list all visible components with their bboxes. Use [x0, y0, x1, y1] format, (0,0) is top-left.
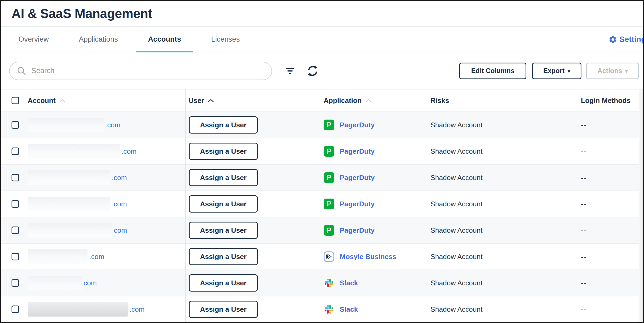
row-checkbox[interactable]	[12, 306, 19, 313]
sort-up-icon	[59, 98, 66, 103]
risk-label: Shadow Account	[430, 305, 483, 314]
assign-a-user-button[interactable]: Assign a User	[189, 143, 258, 160]
accounts-table: Account User Application Risks Login Met…	[1, 89, 643, 323]
assign-a-user-button[interactable]: Assign a User	[189, 248, 258, 265]
redacted-account-name	[28, 276, 82, 290]
application-name[interactable]: Slack	[340, 305, 358, 314]
chevron-down-icon: ▾	[568, 68, 570, 74]
row-checkbox[interactable]	[12, 121, 19, 129]
assign-a-user-button[interactable]: Assign a User	[189, 301, 258, 318]
application-name[interactable]: PagerDuty	[340, 147, 375, 156]
table-row: .comAssign a UserPPagerDutyShadow Accoun…	[1, 138, 643, 165]
account-link[interactable]: .com	[121, 147, 136, 156]
login-methods-value: --	[581, 121, 587, 129]
tab-list: OverviewApplicationsAccountsLicenses	[6, 27, 252, 52]
account-link[interactable]: .com	[89, 253, 104, 261]
mosyle-icon	[324, 251, 334, 262]
application-link[interactable]: Slack	[324, 278, 358, 288]
redacted-account-name	[28, 223, 112, 238]
assign-a-user-button[interactable]: Assign a User	[189, 116, 258, 134]
sort-up-icon	[365, 98, 372, 103]
pagerduty-icon: P	[324, 120, 334, 130]
application-link[interactable]: PPagerDuty	[324, 199, 375, 209]
account-link[interactable]: .com	[105, 121, 120, 129]
pagerduty-icon: P	[324, 146, 334, 157]
account-link[interactable]: .com	[112, 174, 127, 182]
filter-icon	[285, 67, 295, 75]
edit-columns-button[interactable]: Edit Columns	[459, 63, 526, 79]
risk-label: Shadow Account	[430, 147, 483, 156]
account-link[interactable]: com	[114, 226, 127, 235]
row-checkbox[interactable]	[12, 253, 19, 260]
search-input-wrapper	[9, 62, 272, 80]
application-name[interactable]: Slack	[340, 279, 358, 287]
slack-icon	[324, 278, 334, 288]
assign-a-user-button[interactable]: Assign a User	[189, 222, 258, 239]
login-methods-value: --	[581, 174, 587, 182]
actions-button[interactable]: Actions ▾	[586, 63, 639, 79]
account-link[interactable]: .com	[129, 305, 144, 314]
login-methods-value: --	[581, 200, 587, 208]
redacted-account-name	[28, 170, 110, 185]
tab-bar: OverviewApplicationsAccountsLicenses Set…	[1, 27, 643, 52]
table-row: .comAssign a UserPPagerDutyShadow Accoun…	[1, 191, 643, 217]
application-link[interactable]: PPagerDuty	[324, 172, 375, 183]
redacted-account-name	[28, 302, 128, 317]
application-link[interactable]: PPagerDuty	[324, 120, 375, 130]
application-name[interactable]: PagerDuty	[340, 174, 375, 182]
pagerduty-icon: P	[324, 172, 334, 183]
table-body: .comAssign a UserPPagerDutyShadow Accoun…	[1, 112, 643, 323]
gear-icon	[609, 35, 617, 44]
refresh-icon	[306, 65, 319, 77]
risk-label: Shadow Account	[430, 174, 483, 182]
filter-button[interactable]	[285, 67, 295, 75]
assign-a-user-button[interactable]: Assign a User	[189, 274, 258, 292]
refresh-button[interactable]	[306, 65, 319, 77]
application-name[interactable]: PagerDuty	[340, 226, 375, 235]
column-header-login-methods[interactable]: Login Methods	[581, 96, 631, 105]
risk-label: Shadow Account	[430, 279, 483, 287]
scrollbar-gutter[interactable]	[639, 89, 643, 323]
login-methods-value: --	[581, 279, 587, 287]
application-link[interactable]: PPagerDuty	[324, 146, 375, 157]
application-link[interactable]: PPagerDuty	[324, 225, 375, 236]
redacted-account-name	[28, 249, 88, 264]
search-icon	[17, 66, 26, 76]
row-checkbox[interactable]	[12, 227, 19, 234]
column-header-application[interactable]: Application	[324, 96, 372, 105]
tab-accounts[interactable]: Accounts	[136, 27, 193, 52]
row-checkbox[interactable]	[12, 174, 19, 181]
login-methods-value: --	[581, 147, 587, 156]
risk-label: Shadow Account	[430, 200, 483, 208]
select-all-checkbox[interactable]	[12, 97, 19, 104]
export-button[interactable]: Export ▾	[532, 63, 581, 79]
tab-overview[interactable]: Overview	[6, 27, 61, 52]
application-name[interactable]: PagerDuty	[340, 121, 375, 129]
search-input[interactable]	[31, 67, 265, 75]
application-link[interactable]: Mosyle Business	[324, 251, 396, 262]
assign-a-user-button[interactable]: Assign a User	[189, 195, 258, 213]
column-header-user[interactable]: User	[189, 96, 214, 105]
application-name[interactable]: Mosyle Business	[340, 253, 396, 261]
column-header-risks[interactable]: Risks	[430, 96, 449, 105]
row-checkbox[interactable]	[12, 200, 19, 208]
export-label: Export	[543, 67, 565, 75]
ai-saas-management-page: AI & SaaS Management OverviewApplication…	[0, 0, 644, 323]
redacted-account-name	[28, 197, 110, 211]
column-separator	[185, 89, 186, 323]
row-checkbox[interactable]	[12, 279, 19, 287]
account-link[interactable]: .com	[112, 200, 127, 208]
slack-icon	[324, 304, 334, 315]
account-link[interactable]: com	[84, 279, 97, 287]
assign-a-user-button[interactable]: Assign a User	[189, 169, 258, 186]
table-row: comAssign a UserSlackShadow Account--	[1, 270, 643, 296]
application-link[interactable]: Slack	[324, 304, 358, 315]
table-header: Account User Application Risks Login Met…	[1, 89, 643, 112]
settings-link[interactable]: Settings	[609, 27, 644, 52]
tab-applications[interactable]: Applications	[67, 27, 130, 52]
application-name[interactable]: PagerDuty	[340, 200, 375, 208]
tab-licenses[interactable]: Licenses	[199, 27, 252, 52]
column-header-account[interactable]: Account	[28, 96, 66, 105]
table-row: comAssign a UserPPagerDutyShadow Account…	[1, 217, 643, 244]
row-checkbox[interactable]	[12, 148, 19, 155]
